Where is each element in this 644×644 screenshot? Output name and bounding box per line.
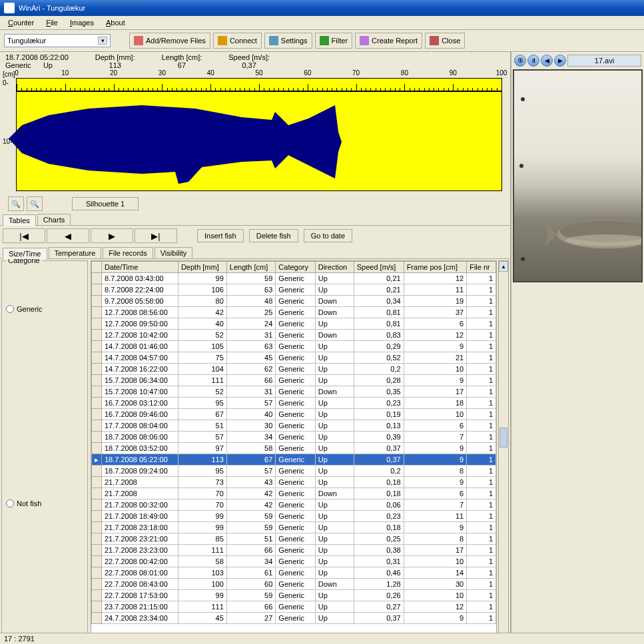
silhouette-plot	[16, 91, 502, 191]
table-row[interactable]: 12.7.2008 10:42:005231GenericDown0,83121	[92, 330, 496, 341]
zoom-out-button[interactable]: 🔍	[27, 196, 43, 211]
create-report-button[interactable]: Create Report	[355, 33, 422, 49]
zoom-in-button[interactable]: 🔍	[8, 196, 24, 211]
table-row[interactable]: 17.7.2008 08:04:005130GenericUp0,1361	[92, 420, 496, 432]
table-row[interactable]: 15.7.2008 10:47:005231GenericDown0,35171	[92, 386, 496, 398]
table-row[interactable]: 21.7.20087343GenericUp0,1891	[92, 477, 496, 488]
table-row[interactable]: 23.7.2008 21:15:0011166GenericUp0,27121	[92, 601, 496, 613]
tab-file-records[interactable]: File records	[103, 247, 153, 258]
connect-button[interactable]: Connect	[213, 33, 262, 49]
column-header[interactable]: Direction	[315, 262, 354, 273]
radio-not-fish[interactable]: Not fish	[6, 499, 83, 507]
cell-filenr: 1	[467, 466, 496, 477]
table-row[interactable]: 16.7.2008 03:12:009557GenericUp0,23181	[92, 398, 496, 409]
scroll-thumb[interactable]	[499, 428, 507, 448]
cell-depth: 99	[178, 511, 226, 522]
row-indicator	[92, 296, 102, 307]
column-header[interactable]: File nr	[467, 262, 496, 273]
close-button[interactable]: Close	[425, 33, 465, 49]
filter-button[interactable]: Filter	[315, 33, 352, 49]
table-row[interactable]: 21.7.2008 18:49:009959GenericUp0,23111	[92, 511, 496, 522]
scroll-up-icon[interactable]: ▲	[499, 261, 508, 272]
table-row[interactable]: 18.7.2008 08:06:005734GenericUp0,3971	[92, 432, 496, 443]
cell-datetime: 22.7.2008 00:42:00	[102, 556, 178, 567]
table-row[interactable]: 18.7.2008 03:52:009758GenericUp0,3791	[92, 443, 496, 454]
table-row[interactable]: 22.7.2008 17:53:009959GenericUp0,26101	[92, 590, 496, 601]
table-row[interactable]: 14.7.2008 01:46:0010563GenericUp0,2991	[92, 341, 496, 352]
table-row[interactable]: 21.7.2008 23:18:009959GenericUp0,1891	[92, 522, 496, 533]
tab-charts[interactable]: Charts	[37, 214, 71, 225]
settings-button[interactable]: Settings	[264, 33, 312, 49]
column-header[interactable]: Date/Time	[102, 262, 178, 273]
radio-generic[interactable]: Generic	[6, 305, 83, 313]
cell-datetime: 21.7.2008 23:18:00	[102, 522, 178, 533]
data-grid[interactable]: Date/TimeDepth [mm]Length [cm]CategoryDi…	[91, 260, 497, 644]
title-bar: WinAri - Tungulækur	[0, 0, 644, 16]
table-row[interactable]: 14.7.2008 16:22:0010462GenericUp0,2101	[92, 364, 496, 375]
table-row[interactable]: 14.7.2008 04:57:007545GenericUp0,52211	[92, 352, 496, 364]
row-header	[92, 262, 102, 273]
cell-framepos: 9	[404, 375, 467, 386]
table-row[interactable]: 21.7.20087042GenericDown0,1861	[92, 488, 496, 499]
table-row[interactable]: 12.7.2008 09:50:004024GenericUp0,8161	[92, 318, 496, 330]
table-row[interactable]: 24.7.2008 23:34:004527GenericUp0,3791	[92, 613, 496, 624]
table-row[interactable]: 8.7.2008 22:24:0010663GenericUp0,21111	[92, 284, 496, 296]
xtick: 20	[110, 69, 117, 77]
tab-tables[interactable]: Tables	[3, 214, 36, 226]
location-combo[interactable]: Tungulækur ▾	[4, 34, 111, 47]
table-row[interactable]: 22.7.2008 08:01:0010361GenericUp0,46141	[92, 567, 496, 579]
cell-depth: 52	[178, 386, 226, 398]
silhouette-button[interactable]: Silhouette 1	[72, 197, 139, 210]
vertical-scrollbar[interactable]: ▲ ▼	[498, 260, 509, 644]
table-row[interactable]: 21.7.2008 00:32:007042GenericUp0,0671	[92, 499, 496, 511]
table-row[interactable]: 9.7.2008 05:58:008048GenericDown0,34191	[92, 296, 496, 307]
table-row[interactable]: 22.7.2008 08:43:0010060GenericDown1,2830…	[92, 579, 496, 590]
cell-length: 59	[226, 522, 276, 533]
video-rewind-button[interactable]: ⦿	[514, 55, 526, 67]
column-header[interactable]: Frame pos [cm]	[404, 262, 467, 273]
menu-images[interactable]: Images	[65, 17, 99, 28]
cell-category: Generic	[276, 567, 315, 579]
column-header[interactable]: Speed [m/s]	[354, 262, 404, 273]
tab-temperature[interactable]: Temperature	[49, 247, 102, 258]
cell-length: 62	[226, 364, 276, 375]
menu-counter[interactable]: Counter	[3, 17, 39, 28]
goto-date-button[interactable]: Go to date	[304, 229, 352, 242]
cell-datetime: 18.7.2008 08:06:00	[102, 432, 178, 443]
video-next-button[interactable]: ▶	[554, 55, 566, 67]
cell-direction: Up	[315, 511, 354, 522]
xtick: 10	[61, 69, 69, 77]
video-prev-button[interactable]: ◀	[541, 55, 553, 67]
table-row[interactable]: 18.7.2008 09:24:009557GenericUp0,281	[92, 466, 496, 477]
table-row[interactable]: 16.7.2008 09:46:006740GenericUp0,19101	[92, 409, 496, 420]
tab-visibility[interactable]: Visibility	[155, 247, 193, 258]
cell-datetime: 16.7.2008 09:46:00	[102, 409, 178, 420]
insert-fish-button[interactable]: Insert fish	[197, 229, 244, 242]
add-remove-files-button[interactable]: Add/Remove Files	[129, 33, 210, 49]
table-row[interactable]: 21.7.2008 23:21:008551GenericUp0,2581	[92, 533, 496, 545]
video-pause-button[interactable]: ⏸	[527, 55, 539, 67]
table-row[interactable]: ▸18.7.2008 05:22:0011367GenericUp0,3791	[92, 454, 496, 466]
last-button[interactable]: ▶|	[135, 228, 177, 243]
cell-datetime: 22.7.2008 17:53:00	[102, 590, 178, 601]
table-row[interactable]: 8.7.2008 03:43:009959GenericUp0,21121	[92, 273, 496, 284]
first-button[interactable]: |◀	[3, 228, 45, 243]
table-row[interactable]: 21.7.2008 23:23:0011166GenericUp0,38171	[92, 545, 496, 556]
column-header[interactable]: Depth [mm]	[178, 262, 226, 273]
column-header[interactable]: Category	[276, 262, 315, 273]
cell-category: Generic	[276, 409, 315, 420]
next-button[interactable]: ▶	[91, 228, 133, 243]
depth-value: 113	[109, 61, 121, 69]
column-header[interactable]: Length [cm]	[226, 262, 276, 273]
menu-file[interactable]: File	[41, 17, 63, 28]
delete-fish-button[interactable]: Delete fish	[249, 229, 298, 242]
xtick: 70	[352, 69, 360, 77]
table-row[interactable]: 12.7.2008 08:56:004225GenericDown0,81371	[92, 307, 496, 318]
cell-speed: 0,46	[354, 567, 404, 579]
menu-about[interactable]: About	[101, 17, 131, 28]
tab-size-time[interactable]: Size/Time	[3, 248, 47, 259]
prev-button[interactable]: ◀	[47, 228, 89, 243]
table-row[interactable]: 15.7.2008 06:34:0011166GenericUp0,2891	[92, 375, 496, 386]
table-row[interactable]: 22.7.2008 00:42:005834GenericUp0,31101	[92, 556, 496, 567]
cell-length: 31	[226, 386, 276, 398]
